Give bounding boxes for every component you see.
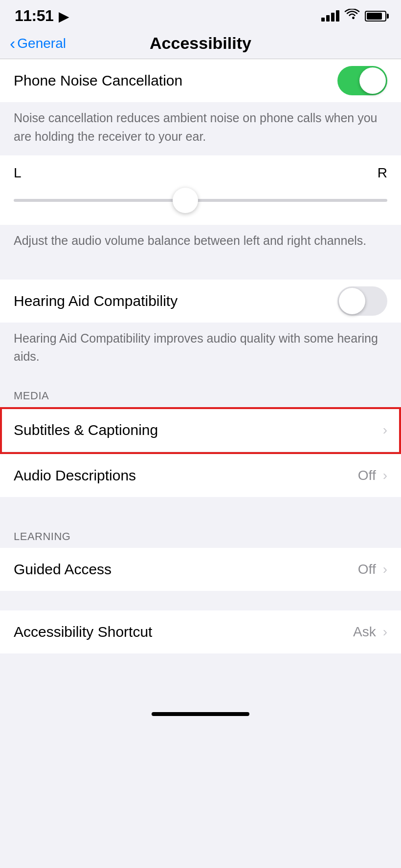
status-icons: [321, 9, 386, 23]
location-icon: ▶: [59, 9, 69, 24]
phone-noise-label: Phone Noise Cancellation: [14, 72, 182, 89]
accessibility-shortcut-value: Ask: [353, 624, 376, 640]
audio-balance-slider[interactable]: [14, 186, 387, 215]
time-display: 11:51: [15, 7, 53, 24]
phone-noise-description: Noise cancellation reduces ambient noise…: [14, 111, 378, 143]
chevron-right-icon: ›: [383, 562, 387, 577]
wifi-icon: [344, 9, 360, 23]
subtitles-row-wrapper: Subtitles & Captioning ›: [0, 407, 401, 454]
slider-right-label: R: [378, 165, 387, 181]
signal-strength-icon: [321, 10, 339, 22]
slider-labels: L R: [14, 165, 387, 181]
slider-rail: [14, 199, 387, 202]
audio-descriptions-section: Audio Descriptions Off ›: [0, 454, 401, 497]
media-header-text: MEDIA: [14, 390, 49, 402]
phone-noise-toggle[interactable]: [337, 66, 387, 95]
accessibility-shortcut-section: Accessibility Shortcut Ask ›: [0, 610, 401, 653]
section-gap-2: [0, 497, 401, 517]
audio-descriptions-value: Off: [358, 468, 376, 483]
accessibility-shortcut-right: Ask ›: [353, 624, 387, 640]
guided-access-row[interactable]: Guided Access Off ›: [0, 548, 401, 591]
hearing-aid-toggle[interactable]: [337, 286, 387, 316]
learning-section-header: LEARNING: [0, 517, 401, 548]
hearing-aid-description-section: Hearing Aid Compatibility improves audio…: [0, 323, 401, 376]
hearing-aid-description: Hearing Aid Compatibility improves audio…: [14, 331, 378, 364]
hearing-aid-section: Hearing Aid Compatibility: [0, 280, 401, 323]
chevron-right-icon: ›: [383, 422, 387, 438]
status-time-area: 11:51 ▶: [15, 7, 69, 25]
bottom-gap: [0, 653, 401, 702]
section-gap-1: [0, 260, 401, 280]
home-indicator: [0, 702, 401, 721]
home-bar: [152, 712, 249, 716]
audio-balance-section: L R: [0, 155, 401, 225]
guided-access-right: Off ›: [358, 562, 387, 577]
audio-balance-description-section: Adjust the audio volume balance between …: [0, 225, 401, 260]
audio-descriptions-right: Off ›: [358, 468, 387, 483]
audio-balance-slider-container: L R: [0, 155, 401, 225]
guided-access-value: Off: [358, 562, 376, 577]
audio-descriptions-label: Audio Descriptions: [14, 467, 136, 484]
back-button[interactable]: ‹ General: [10, 36, 66, 51]
battery-icon: [365, 11, 386, 22]
subtitles-label: Subtitles & Captioning: [14, 422, 158, 438]
accessibility-shortcut-label: Accessibility Shortcut: [14, 624, 152, 640]
phone-noise-row[interactable]: Phone Noise Cancellation: [0, 59, 401, 102]
slider-left-label: L: [14, 165, 22, 181]
page-title: Accessibility: [150, 34, 251, 53]
guided-access-label: Guided Access: [14, 561, 111, 578]
phone-noise-description-section: Noise cancellation reduces ambient noise…: [0, 102, 401, 155]
section-gap-3: [0, 591, 401, 610]
status-bar: 11:51 ▶: [0, 0, 401, 30]
slider-thumb[interactable]: [173, 188, 198, 213]
subtitles-row[interactable]: Subtitles & Captioning ›: [2, 409, 399, 452]
accessibility-shortcut-row[interactable]: Accessibility Shortcut Ask ›: [0, 610, 401, 653]
guided-access-section: Guided Access Off ›: [0, 548, 401, 591]
chevron-right-icon: ›: [383, 468, 387, 483]
phone-noise-section: Phone Noise Cancellation: [0, 59, 401, 102]
subtitles-right: ›: [379, 422, 387, 438]
back-label: General: [17, 36, 66, 51]
toggle-thumb: [339, 288, 365, 314]
learning-header-text: LEARNING: [14, 530, 70, 542]
hearing-aid-label: Hearing Aid Compatibility: [14, 293, 178, 309]
hearing-aid-row[interactable]: Hearing Aid Compatibility: [0, 280, 401, 323]
navigation-bar: ‹ General Accessibility: [0, 30, 401, 59]
media-section-header: MEDIA: [0, 376, 401, 407]
chevron-right-icon: ›: [383, 624, 387, 640]
audio-descriptions-row[interactable]: Audio Descriptions Off ›: [0, 454, 401, 497]
chevron-left-icon: ‹: [10, 35, 15, 51]
audio-balance-description: Adjust the audio volume balance between …: [14, 234, 366, 247]
toggle-thumb: [359, 67, 386, 94]
